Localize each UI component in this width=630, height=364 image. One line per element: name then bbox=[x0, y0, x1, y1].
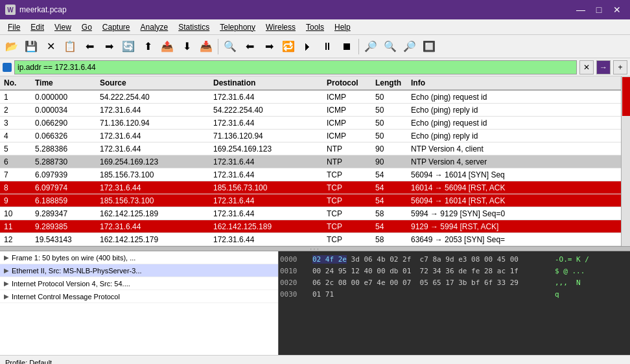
hex-dump: 0000001000200030 02 4f 2e 3d 06 4b 02 2f… bbox=[279, 251, 630, 355]
toolbar-btn-0[interactable]: 📂 bbox=[3, 38, 21, 56]
detail-row[interactable]: ▶Frame 1: 50 bytes on wire (400 bits), .… bbox=[0, 251, 278, 264]
packet-rows: 10.00000054.222.254.40172.31.6.44ICMP50E… bbox=[0, 91, 630, 246]
toolbar-btn-15[interactable]: 🔁 bbox=[279, 38, 298, 56]
hex-byte-line: 02 4f 2e 3d 06 4b 02 2f c7 8a 9d e3 08 0… bbox=[312, 254, 551, 266]
table-row[interactable]: 119.289385172.31.6.44162.142.125.189TCP5… bbox=[0, 220, 630, 233]
toolbar-btn-8[interactable]: 📤 bbox=[158, 38, 176, 56]
table-row[interactable]: 55.288386172.31.6.44169.254.169.123NTP90… bbox=[0, 142, 630, 155]
hex-ascii-line: ,,, N bbox=[555, 277, 627, 289]
toolbar-btn-18[interactable]: ⏹ bbox=[338, 38, 356, 56]
table-cell: NTP bbox=[324, 157, 373, 166]
filter-apply-button[interactable]: → bbox=[596, 60, 611, 74]
toolbar-btn-4[interactable]: ⬅ bbox=[80, 38, 99, 56]
table-cell: 6.097974 bbox=[32, 183, 97, 192]
toolbar-btn-17[interactable]: ⏸ bbox=[318, 38, 336, 56]
expand-icon[interactable]: ▶ bbox=[4, 293, 9, 300]
table-cell: 172.31.6.44 bbox=[97, 106, 211, 115]
menu-item-statistics[interactable]: Statistics bbox=[173, 21, 215, 33]
table-row[interactable]: 10.00000054.222.254.40172.31.6.44ICMP50E… bbox=[0, 91, 630, 104]
expand-icon[interactable]: ▶ bbox=[4, 254, 9, 261]
table-cell: 9129 → 5994 [RST, ACK] bbox=[408, 222, 625, 231]
menu-item-file[interactable]: File bbox=[3, 21, 25, 33]
toolbar-btn-23[interactable]: 🔲 bbox=[420, 38, 438, 56]
toolbar-separator bbox=[218, 39, 218, 54]
table-cell: 3 bbox=[0, 119, 32, 128]
toolbar-btn-1[interactable]: 💾 bbox=[22, 38, 40, 56]
detail-row[interactable]: ▶Internet Protocol Version 4, Src: 54...… bbox=[0, 277, 278, 290]
detail-text: Ethernet II, Src: MS-NLB-PhysServer-3... bbox=[12, 267, 142, 275]
toolbar-btn-6[interactable]: 🔄 bbox=[119, 38, 137, 56]
window-controls: — □ ✕ bbox=[573, 3, 625, 17]
table-cell: 162.142.125.189 bbox=[97, 209, 211, 218]
toolbar-btn-20[interactable]: 🔎 bbox=[362, 38, 380, 56]
toolbar-btn-9[interactable]: ⬇ bbox=[178, 38, 196, 56]
hex-offset-line: 0010 bbox=[280, 266, 310, 277]
menu-item-help[interactable]: Help bbox=[329, 21, 356, 33]
table-cell: 54.222.254.40 bbox=[211, 106, 324, 115]
menu-item-view[interactable]: View bbox=[49, 21, 76, 33]
toolbar-btn-10[interactable]: 📥 bbox=[197, 38, 215, 56]
toolbar-btn-16[interactable]: ⏵ bbox=[299, 38, 317, 56]
filter-input[interactable] bbox=[14, 60, 577, 74]
expand-icon[interactable]: ▶ bbox=[4, 280, 9, 287]
minimize-button[interactable]: — bbox=[573, 3, 589, 17]
detail-row[interactable]: ▶Ethernet II, Src: MS-NLB-PhysServer-3..… bbox=[0, 264, 278, 277]
detail-text: Internet Protocol Version 4, Src: 54.... bbox=[12, 280, 130, 288]
detail-text: Internet Control Message Protocol bbox=[12, 293, 120, 301]
toolbar-btn-5[interactable]: ➡ bbox=[100, 38, 118, 56]
table-cell: NTP Version 4, server bbox=[408, 157, 630, 166]
table-row[interactable]: 30.06629071.136.120.94172.31.6.44ICMP50E… bbox=[0, 117, 630, 130]
table-cell: 6.097939 bbox=[32, 170, 97, 179]
table-cell: ICMP bbox=[324, 119, 373, 128]
col-header-length: Length bbox=[373, 78, 408, 87]
toolbar-btn-2[interactable]: ✕ bbox=[41, 38, 60, 56]
menu-item-telephony[interactable]: Telephony bbox=[215, 21, 261, 33]
panel-divider[interactable] bbox=[0, 246, 630, 251]
toolbar-btn-21[interactable]: 🔍 bbox=[381, 38, 399, 56]
table-cell: 10 bbox=[0, 209, 32, 218]
toolbar-btn-13[interactable]: ⬅ bbox=[240, 38, 259, 56]
table-cell: 54.222.254.40 bbox=[97, 93, 211, 102]
toolbar-btn-7[interactable]: ⬆ bbox=[139, 38, 157, 56]
close-button[interactable]: ✕ bbox=[609, 3, 625, 17]
menu-item-edit[interactable]: Edit bbox=[25, 21, 49, 33]
toolbar-btn-12[interactable]: 🔍 bbox=[221, 38, 239, 56]
table-cell: 50 bbox=[373, 119, 408, 128]
menu-item-analyze[interactable]: Analyze bbox=[135, 21, 174, 33]
toolbar-btn-3[interactable]: 📋 bbox=[61, 38, 79, 56]
table-cell: 90 bbox=[373, 157, 408, 166]
table-cell: 54 bbox=[373, 183, 408, 192]
menu-item-tools[interactable]: Tools bbox=[301, 21, 329, 33]
table-cell: 6 bbox=[0, 157, 32, 166]
table-row[interactable]: 1219.543143162.142.125.179172.31.6.44TCP… bbox=[0, 233, 630, 246]
table-cell: 0.066326 bbox=[32, 131, 97, 141]
menu-item-capture[interactable]: Capture bbox=[97, 21, 135, 33]
table-cell: 11 bbox=[0, 222, 32, 231]
table-row[interactable]: 96.188859185.156.73.100172.31.6.44TCP545… bbox=[0, 194, 630, 207]
packet-scrollbar[interactable] bbox=[621, 76, 630, 246]
filter-clear-button[interactable]: ✕ bbox=[579, 60, 594, 74]
toolbar-btn-22[interactable]: 🔎 bbox=[401, 38, 419, 56]
table-cell: TCP bbox=[324, 222, 373, 231]
hex-offsets: 0000001000200030 bbox=[279, 251, 311, 355]
filter-add-button[interactable]: + bbox=[613, 60, 627, 74]
maximize-button[interactable]: □ bbox=[591, 3, 607, 17]
table-cell: TCP bbox=[324, 209, 373, 218]
table-row[interactable]: 40.066326172.31.6.4471.136.120.94ICMP50E… bbox=[0, 130, 630, 142]
table-row[interactable]: 109.289347162.142.125.189172.31.6.44TCP5… bbox=[0, 207, 630, 220]
table-cell: ICMP bbox=[324, 93, 373, 102]
toolbar-btn-14[interactable]: ➡ bbox=[260, 38, 278, 56]
table-cell: 54 bbox=[373, 196, 408, 205]
table-row[interactable]: 65.288730169.254.169.123172.31.6.44NTP90… bbox=[0, 155, 630, 168]
table-cell: 5 bbox=[0, 144, 32, 154]
scrollbar-thumb[interactable] bbox=[622, 77, 630, 116]
table-row[interactable]: 86.097974172.31.6.44185.156.73.100TCP541… bbox=[0, 181, 630, 194]
table-row[interactable]: 20.000034172.31.6.4454.222.254.40ICMP50E… bbox=[0, 104, 630, 117]
hex-offset-line: 0000 bbox=[280, 254, 310, 266]
detail-row[interactable]: ▶Internet Control Message Protocol bbox=[0, 290, 278, 303]
menu-item-wireless[interactable]: Wireless bbox=[261, 21, 301, 33]
menu-item-go[interactable]: Go bbox=[76, 21, 97, 33]
expand-icon[interactable]: ▶ bbox=[4, 267, 9, 274]
table-row[interactable]: 76.097939185.156.73.100172.31.6.44TCP545… bbox=[0, 168, 630, 181]
table-cell: 9 bbox=[0, 196, 32, 205]
